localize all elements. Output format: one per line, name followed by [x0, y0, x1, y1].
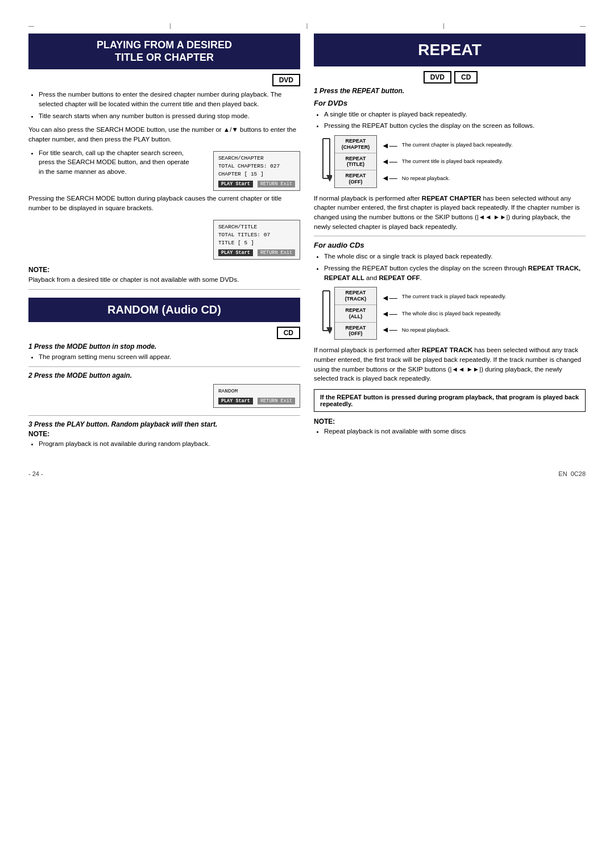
note-label-random: NOTE:: [28, 430, 300, 438]
list-item: Repeat playback is not available with so…: [324, 427, 586, 436]
diagram-arrows: ◄— ◄— ◄—: [377, 135, 402, 188]
note-label-repeat: NOTE:: [314, 418, 586, 425]
random-screen-row: RANDOM PLAY Start RETURN Exit: [28, 381, 300, 411]
play-button: PLAY Start: [218, 181, 253, 187]
page-container: — | | | — PLAYING FROM A DESIRED TITLE O…: [28, 23, 586, 477]
dvd-badge: DVD: [424, 71, 451, 84]
dvd-cd-badge-row: DVD CD: [314, 71, 586, 84]
repeat-cycle-arrow-cd: [320, 288, 332, 339]
repeat-title: REPEAT: [418, 41, 482, 59]
mark-left: —: [28, 23, 34, 29]
top-marks: — | | | —: [28, 23, 586, 29]
cd-badge: CD: [277, 327, 300, 339]
screen-row: TOTAL CHAPTERS: 027: [218, 162, 295, 170]
label-track: The current track is played back repeate…: [402, 292, 507, 301]
screen-row: SEARCH/TITLE: [218, 223, 295, 231]
diagram-boxes-cd: REPEAT(TRACK) REPEAT(ALL) REPEAT(OFF): [334, 287, 377, 340]
screen-row: RANDOM: [218, 387, 295, 395]
dvd-repeat-diagram: REPEAT(CHAPTER) REPEAT(TITLE) REPEAT(OFF…: [320, 135, 586, 188]
arrow-icon: ◄—: [381, 293, 397, 302]
screen-mockup-title: SEARCH/TITLE TOTAL TITLES: 07 TITLE [ 5 …: [213, 220, 300, 260]
dvd-badge: DVD: [272, 74, 300, 86]
dvd-badge-row: DVD: [28, 74, 300, 86]
bold-note-box: If the REPEAT button is pressed during p…: [314, 389, 586, 412]
list-item: Title search starts when any number butt…: [39, 111, 300, 121]
mark-right: —: [580, 23, 586, 29]
arrow-icon: ◄—: [381, 173, 397, 182]
repeat-track-box: REPEAT(TRACK): [335, 287, 376, 305]
cd-badge-row: CD: [28, 327, 300, 339]
screen-row: SEARCH/CHAPTER: [218, 155, 295, 162]
list-item: The whole disc or a single track is play…: [324, 252, 586, 261]
label-chapter: The current chapter is played back repea…: [402, 140, 513, 149]
arrow-icon: ◄—: [381, 309, 397, 318]
step1-text: 1 Press the REPEAT button.: [314, 87, 404, 95]
mark-center-left: |: [169, 23, 171, 29]
step3-label: 3 Press the PLAY button. Random playback…: [28, 420, 300, 428]
mark-center-right: |: [443, 23, 445, 29]
bullets-list-1: Press the number buttons to enter the de…: [28, 90, 300, 120]
list-item: Pressing the REPEAT button cycles the di…: [324, 121, 586, 131]
step2-text: 2 Press the MODE button again.: [28, 372, 132, 379]
diagram-labels-cd: The current track is played back repeate…: [402, 287, 507, 340]
arrow-icon: ◄—: [381, 157, 397, 166]
screen-buttons: PLAY Start RETURN Exit: [218, 398, 295, 404]
note-text: Playback from a desired title or chapter…: [28, 275, 300, 285]
header-line1: PLAYING FROM A DESIRED: [97, 39, 232, 51]
screen-mockup-chapter: SEARCH/CHAPTER TOTAL CHAPTERS: 027 CHAPT…: [213, 151, 300, 191]
screen-mockup-random: RANDOM PLAY Start RETURN Exit: [213, 384, 300, 408]
diagram-arrow-left-cd: [320, 287, 332, 340]
step1-label: 1 Press the MODE button in stop mode.: [28, 343, 300, 350]
bold-note-text: If the REPEAT button is pressed during p…: [320, 394, 579, 407]
para2: Pressing the SEARCH MODE button during p…: [28, 194, 300, 212]
label-off: No repeat playback.: [402, 174, 513, 183]
repeat-section-header: REPEAT: [314, 34, 586, 66]
dvds-para1: If normal playback is performed after RE…: [314, 194, 586, 232]
dvds-bullets: A single title or chapter is played back…: [314, 110, 586, 131]
list-item: Program playback is not available during…: [39, 439, 300, 449]
divider: [314, 236, 586, 236]
diagram-labels: The current chapter is played back repea…: [402, 135, 513, 188]
footer-right: EN 0C28: [558, 470, 586, 477]
divider: [28, 289, 300, 290]
repeat-step1: 1 Press the REPEAT button.: [314, 87, 586, 95]
screen-row: TITLE [ 5 ]: [218, 239, 295, 247]
list-item: A single title or chapter is played back…: [324, 110, 586, 119]
step1-bullets: The program setting menu screen will app…: [28, 352, 300, 362]
screen-bullets-row: For title search, call up the chapter se…: [28, 148, 300, 194]
note-bullets: Program playback is not available during…: [28, 439, 300, 449]
repeat-note-bullets: Repeat playback is not available with so…: [314, 427, 586, 436]
return-button: RETURN Exit: [258, 181, 295, 187]
header-line2: TITLE OR CHAPTER: [115, 52, 214, 63]
footer-lang: EN: [558, 470, 567, 477]
list-item: The program setting menu screen will app…: [39, 352, 300, 362]
return-button: RETURN Exit: [258, 249, 295, 256]
two-column-layout: PLAYING FROM A DESIRED TITLE OR CHAPTER …: [28, 34, 586, 453]
diagram-arrow-left: [320, 135, 332, 188]
step3-text: 3 Press the PLAY button. Random playback…: [28, 420, 217, 428]
footer: - 24 - EN 0C28: [28, 470, 586, 477]
note-label: NOTE:: [28, 266, 300, 274]
arrow-icon: ◄—: [381, 325, 397, 334]
cd-badge: CD: [454, 71, 478, 84]
screen-buttons: PLAY Start RETURN Exit: [218, 181, 295, 187]
screen-buttons: PLAY Start RETURN Exit: [218, 249, 295, 256]
divider: [28, 415, 300, 416]
list-item: Press the number buttons to enter the de…: [39, 90, 300, 108]
step1-text: 1 Press the MODE button in stop mode.: [28, 343, 156, 350]
audio-cds-para1: If normal playback is performed after RE…: [314, 345, 586, 383]
bullets-list-2: For title search, call up the chapter se…: [28, 148, 195, 179]
label-all: The whole disc is played back repeatedly…: [402, 309, 507, 318]
screen2-row: SEARCH/TITLE TOTAL TITLES: 07 TITLE [ 5 …: [28, 217, 300, 263]
mark-center: |: [306, 23, 308, 29]
label-off-cd: No repeat playback.: [402, 326, 507, 335]
screen-row: CHAPTER [ 15 ]: [218, 170, 295, 178]
list-item: For title search, call up the chapter se…: [39, 148, 195, 177]
label-title: The current title is played back repeate…: [402, 157, 513, 166]
left-column: PLAYING FROM A DESIRED TITLE OR CHAPTER …: [28, 34, 300, 453]
divider: [28, 366, 300, 367]
play-button: PLAY Start: [218, 249, 253, 256]
diagram-boxes: REPEAT(CHAPTER) REPEAT(TITLE) REPEAT(OFF…: [334, 135, 377, 188]
step2-label: 2 Press the MODE button again.: [28, 372, 300, 379]
footer-page-num: - 24 -: [28, 470, 43, 477]
